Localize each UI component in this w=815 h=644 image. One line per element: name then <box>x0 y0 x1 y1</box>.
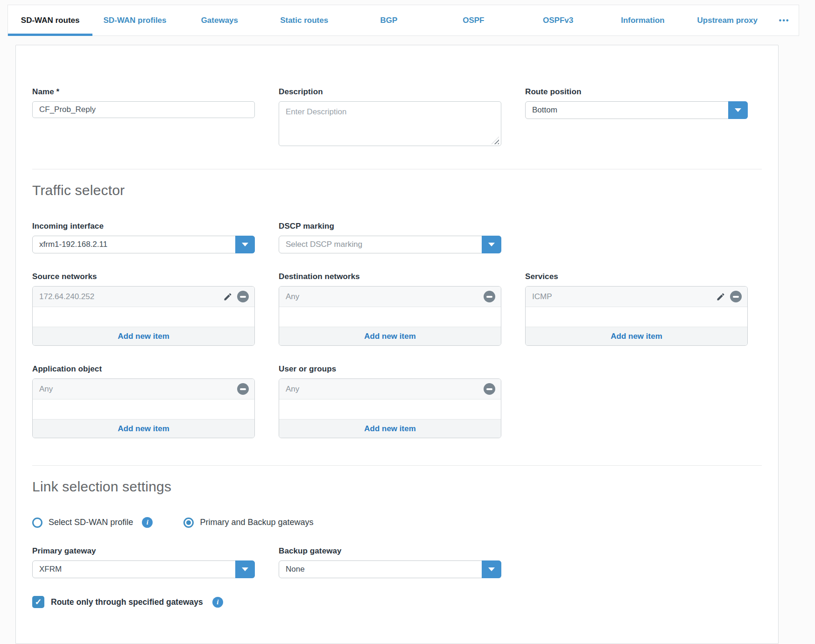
more-tabs-icon[interactable]: ••• <box>770 5 799 35</box>
tab-ospfv3[interactable]: OSPFv3 <box>516 5 600 35</box>
general-fields-row: Name * Description Route position Bottom <box>32 87 762 148</box>
list-empty-area <box>33 307 254 327</box>
routing-tabbar: SD-WAN routes SD-WAN profiles Gateways S… <box>7 5 799 36</box>
tab-static-routes[interactable]: Static routes <box>262 5 346 35</box>
list-item-text: ICMP <box>532 292 716 301</box>
user-or-groups-label: User or groups <box>279 364 501 374</box>
caret-down-icon[interactable] <box>235 236 255 253</box>
networks-services-row: Source networks 172.64.240.252 Add new i… <box>32 272 762 346</box>
user-or-groups-group: User or groups Any Add new item <box>279 364 501 438</box>
tab-ospf[interactable]: OSPF <box>431 5 516 35</box>
route-form-card: Name * Description Route position Bottom… <box>15 45 779 644</box>
remove-minus-icon[interactable] <box>730 291 742 302</box>
radio-label: Primary and Backup gateways <box>200 518 313 527</box>
dscp-marking-placeholder: Select DSCP marking <box>279 240 482 249</box>
add-new-item-button[interactable]: Add new item <box>526 327 747 345</box>
description-field-group: Description <box>279 87 501 148</box>
route-only-row: ✓ Route only through specified gateways … <box>32 596 762 608</box>
application-object-group: Application object Any Add new item <box>32 364 255 438</box>
section-divider <box>32 169 762 169</box>
caret-down-icon[interactable] <box>482 560 501 578</box>
add-new-item-button[interactable]: Add new item <box>279 419 501 438</box>
add-new-item-button[interactable]: Add new item <box>33 419 254 438</box>
remove-minus-icon[interactable] <box>484 291 495 302</box>
destination-networks-label: Destination networks <box>279 272 501 281</box>
primary-gateway-select[interactable]: XFRM <box>32 560 255 578</box>
description-label: Description <box>279 87 501 97</box>
backup-gateway-select[interactable]: None <box>279 560 501 578</box>
user-or-groups-box: Any Add new item <box>279 378 501 438</box>
app-users-row: Application object Any Add new item User… <box>32 364 762 438</box>
radio-option-sdwan-profile[interactable]: Select SD-WAN profile i <box>32 517 153 528</box>
list-empty-area <box>526 307 747 327</box>
remove-minus-icon[interactable] <box>484 383 495 395</box>
destination-networks-box: Any Add new item <box>279 286 501 346</box>
list-item: Any <box>33 379 254 399</box>
primary-gateway-label: Primary gateway <box>32 546 255 556</box>
list-item: ICMP <box>526 287 747 307</box>
dscp-marking-label: DSCP marking <box>279 222 501 231</box>
dscp-marking-group: DSCP marking Select DSCP marking <box>279 222 501 253</box>
route-position-group: Route position Bottom <box>525 87 748 148</box>
services-box: ICMP Add new item <box>525 286 748 346</box>
radio-option-primary-backup[interactable]: Primary and Backup gateways <box>183 518 313 528</box>
add-new-item-button[interactable]: Add new item <box>33 327 254 345</box>
link-selection-heading: Link selection settings <box>32 479 762 495</box>
caret-down-icon[interactable] <box>728 101 748 119</box>
interface-dscp-row: Incoming interface xfrm1-192.168.2.11 DS… <box>32 222 762 253</box>
caret-down-icon[interactable] <box>235 560 255 578</box>
caret-down-icon[interactable] <box>482 236 501 253</box>
backup-gateway-group: Backup gateway None <box>279 546 501 578</box>
caret-glyph <box>242 567 248 571</box>
incoming-interface-select[interactable]: xfrm1-192.168.2.11 <box>32 236 255 253</box>
list-item: Any <box>279 287 501 307</box>
primary-gateway-group: Primary gateway XFRM <box>32 546 255 578</box>
remove-minus-icon[interactable] <box>237 383 249 395</box>
route-position-label: Route position <box>525 87 748 97</box>
name-label: Name * <box>32 87 255 97</box>
tab-sdwan-profiles[interactable]: SD-WAN profiles <box>92 5 177 35</box>
edit-pencil-icon[interactable] <box>716 292 725 301</box>
checkbox-checked-icon[interactable]: ✓ <box>32 596 44 608</box>
name-input[interactable] <box>32 101 255 118</box>
list-empty-area <box>33 399 254 419</box>
route-only-label: Route only through specified gateways <box>51 597 203 607</box>
tab-gateways[interactable]: Gateways <box>177 5 262 35</box>
list-item: Any <box>279 379 501 399</box>
route-position-select[interactable]: Bottom <box>525 101 748 119</box>
dscp-marking-select[interactable]: Select DSCP marking <box>279 236 501 253</box>
source-networks-group: Source networks 172.64.240.252 Add new i… <box>32 272 255 346</box>
info-icon[interactable]: i <box>142 517 153 528</box>
services-group: Services ICMP Add new item <box>525 272 748 346</box>
list-item-text: Any <box>286 385 484 394</box>
tab-bgp[interactable]: BGP <box>346 5 431 35</box>
list-item-text: 172.64.240.252 <box>39 292 223 301</box>
remove-minus-icon[interactable] <box>237 291 249 302</box>
tab-upstream-proxy[interactable]: Upstream proxy <box>685 5 770 35</box>
tab-sdwan-routes[interactable]: SD-WAN routes <box>8 5 92 35</box>
tab-information[interactable]: Information <box>600 5 685 35</box>
traffic-selector-heading: Traffic selector <box>32 182 762 198</box>
add-new-item-button[interactable]: Add new item <box>279 327 501 345</box>
link-selection-options: Select SD-WAN profile i Primary and Back… <box>32 517 762 528</box>
source-networks-box: 172.64.240.252 Add new item <box>32 286 255 346</box>
sdwan-route-edit-page: SD-WAN routes SD-WAN profiles Gateways S… <box>0 5 815 644</box>
application-object-label: Application object <box>32 364 255 374</box>
name-field-group: Name * <box>32 87 255 148</box>
incoming-interface-label: Incoming interface <box>32 222 255 231</box>
radio-selected-icon[interactable] <box>183 518 194 528</box>
caret-glyph <box>488 243 495 246</box>
incoming-interface-value: xfrm1-192.168.2.11 <box>33 240 235 249</box>
destination-networks-group: Destination networks Any Add new item <box>279 272 501 346</box>
primary-gateway-value: XFRM <box>33 565 235 574</box>
list-item: 172.64.240.252 <box>33 287 254 307</box>
list-empty-area <box>279 399 501 419</box>
info-icon[interactable]: i <box>212 597 223 608</box>
backup-gateway-value: None <box>279 565 482 574</box>
radio-unselected-icon[interactable] <box>32 518 42 528</box>
edit-pencil-icon[interactable] <box>223 292 232 301</box>
caret-glyph <box>735 108 741 112</box>
description-textarea[interactable] <box>279 101 501 146</box>
list-item-text: Any <box>39 385 237 394</box>
radio-label: Select SD-WAN profile <box>49 518 133 527</box>
